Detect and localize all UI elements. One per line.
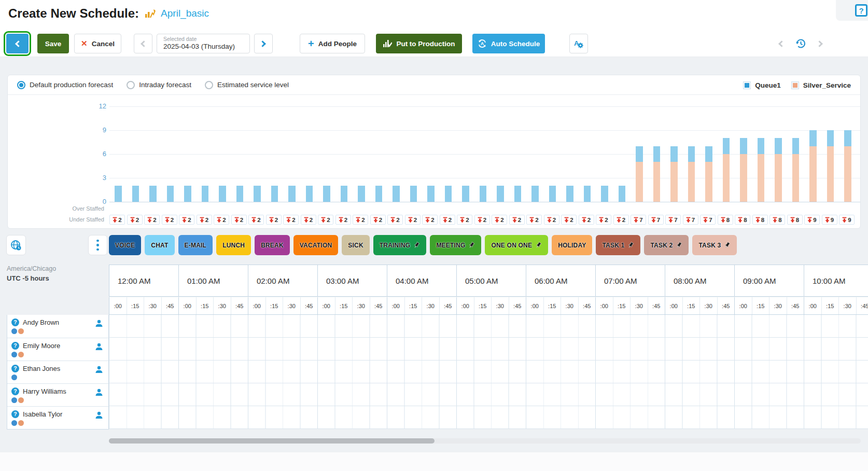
- under-staffed-cell[interactable]: 2: [544, 215, 559, 225]
- under-staffed-cell[interactable]: 8: [718, 215, 733, 225]
- forecast-bar[interactable]: [254, 186, 261, 202]
- forecast-bar[interactable]: [202, 186, 209, 202]
- quarter-cell[interactable]: :30: [213, 297, 231, 314]
- schedule-name-link[interactable]: April_basic: [161, 8, 209, 19]
- forecast-bar[interactable]: [288, 186, 296, 202]
- forecast-bar[interactable]: [167, 186, 174, 202]
- quarter-cell[interactable]: :00: [804, 297, 821, 314]
- quarter-cell[interactable]: :45: [856, 297, 868, 314]
- quarter-cell[interactable]: :45: [300, 297, 318, 314]
- quarter-cell[interactable]: :00: [526, 297, 543, 314]
- timezone-button[interactable]: [6, 235, 26, 255]
- under-staffed-cell[interactable]: 9: [839, 215, 855, 225]
- quarter-cell[interactable]: :15: [335, 297, 353, 314]
- quarter-cell[interactable]: :00: [248, 297, 265, 314]
- quarter-cell[interactable]: :45: [161, 297, 179, 314]
- under-staffed-cell[interactable]: 2: [266, 215, 282, 225]
- quarter-cell[interactable]: :00: [734, 297, 752, 314]
- under-staffed-cell[interactable]: 2: [492, 215, 507, 225]
- quarter-cell[interactable]: :15: [474, 297, 492, 314]
- forecast-bar[interactable]: [844, 130, 851, 202]
- forecast-bar[interactable]: [705, 146, 712, 202]
- scrollbar-thumb[interactable]: [109, 438, 435, 444]
- under-staffed-cell[interactable]: 7: [665, 215, 681, 225]
- quarter-cell[interactable]: :00: [456, 297, 474, 314]
- under-staffed-cell[interactable]: 2: [509, 215, 525, 225]
- forecast-bar[interactable]: [184, 186, 191, 202]
- forecast-bar[interactable]: [827, 130, 834, 202]
- quarter-cell[interactable]: :30: [144, 297, 161, 314]
- employee-row-1[interactable]: ?Emily Moore: [7, 338, 108, 361]
- horizontal-scrollbar[interactable]: [109, 438, 861, 444]
- activity-meeting[interactable]: MEETING: [430, 235, 481, 255]
- back-button[interactable]: [6, 34, 29, 53]
- cancel-button[interactable]: ✕ Cancel: [74, 34, 121, 53]
- forecast-bar[interactable]: [566, 186, 573, 202]
- legend-item-0[interactable]: Queue1: [743, 81, 781, 89]
- under-staffed-cell[interactable]: 2: [457, 215, 472, 225]
- forecast-bar[interactable]: [410, 186, 417, 202]
- forecast-bar[interactable]: [688, 146, 695, 202]
- forecast-bar[interactable]: [132, 186, 139, 202]
- forecast-bar[interactable]: [375, 186, 383, 202]
- under-staffed-cell[interactable]: 7: [683, 215, 698, 225]
- employee-row-0[interactable]: ?Andy Brown: [7, 315, 108, 338]
- under-staffed-cell[interactable]: 7: [700, 215, 716, 225]
- quarter-cell[interactable]: :30: [699, 297, 717, 314]
- forecast-bar[interactable]: [514, 186, 522, 202]
- under-staffed-cell[interactable]: 8: [769, 215, 785, 225]
- activity-sick[interactable]: SICK: [342, 235, 369, 255]
- under-staffed-cell[interactable]: 7: [631, 215, 646, 225]
- forecast-bar[interactable]: [480, 186, 487, 202]
- forecast-bar[interactable]: [775, 138, 782, 202]
- under-staffed-cell[interactable]: 2: [370, 215, 386, 225]
- forecast-bar[interactable]: [549, 186, 556, 202]
- history-clock-icon[interactable]: [794, 37, 807, 50]
- previous-date-button[interactable]: [134, 34, 152, 53]
- forecast-bar[interactable]: [636, 146, 643, 202]
- schedule-grid-row[interactable]: [109, 361, 868, 383]
- under-staffed-cell[interactable]: 2: [248, 215, 264, 225]
- activity-lunch[interactable]: LUNCH: [216, 235, 251, 255]
- under-staffed-cell[interactable]: 2: [144, 215, 160, 225]
- forecast-option-0[interactable]: Default production forecast: [17, 81, 113, 89]
- forecast-bar[interactable]: [236, 186, 244, 202]
- save-button[interactable]: Save: [37, 34, 69, 53]
- forecast-bar[interactable]: [358, 186, 365, 202]
- selected-date-field[interactable]: Selected date 2025-04-03 (Thursday): [157, 34, 250, 53]
- under-staffed-cell[interactable]: 8: [787, 215, 803, 225]
- forecast-bar[interactable]: [427, 186, 435, 202]
- under-staffed-cell[interactable]: 9: [822, 215, 837, 225]
- activity-e-mail[interactable]: E-MAIL: [178, 235, 213, 255]
- quarter-cell[interactable]: :30: [561, 297, 578, 314]
- put-to-production-button[interactable]: Put to Production: [376, 34, 462, 53]
- forecast-bar[interactable]: [445, 186, 452, 202]
- quarter-cell[interactable]: :30: [352, 297, 370, 314]
- forecast-bar[interactable]: [584, 186, 591, 202]
- under-staffed-cell[interactable]: 9: [804, 215, 820, 225]
- employee-info-icon[interactable]: ?: [11, 365, 19, 372]
- quarter-cell[interactable]: :45: [787, 297, 804, 314]
- quarter-cell[interactable]: :45: [509, 297, 526, 314]
- forecast-bar[interactable]: [219, 186, 226, 202]
- forecast-bar[interactable]: [619, 186, 626, 202]
- legend-item-1[interactable]: Silver_Service: [791, 81, 851, 89]
- quarter-cell[interactable]: :45: [439, 297, 457, 314]
- under-staffed-cell[interactable]: 2: [474, 215, 490, 225]
- forecast-bar[interactable]: [601, 186, 608, 202]
- quarter-cell[interactable]: :30: [838, 297, 856, 314]
- activity-chat[interactable]: CHAT: [145, 235, 174, 255]
- quarter-cell[interactable]: :00: [317, 297, 335, 314]
- employee-info-icon[interactable]: ?: [11, 342, 19, 350]
- schedule-grid-row[interactable]: [109, 383, 868, 406]
- forecast-bar[interactable]: [323, 186, 330, 202]
- activity-task-2[interactable]: TASK 2: [644, 235, 689, 255]
- forecast-bar[interactable]: [653, 146, 661, 202]
- under-staffed-cell[interactable]: 2: [579, 215, 594, 225]
- under-staffed-cell[interactable]: 2: [162, 215, 177, 225]
- hour-cell[interactable]: 02:00 AM: [248, 265, 317, 296]
- schedule-grid-row[interactable]: [109, 338, 868, 361]
- employee-row-4[interactable]: ?Isabella Tylor: [7, 406, 108, 429]
- activity-break[interactable]: BREAK: [255, 235, 290, 255]
- under-staffed-cell[interactable]: 2: [283, 215, 299, 225]
